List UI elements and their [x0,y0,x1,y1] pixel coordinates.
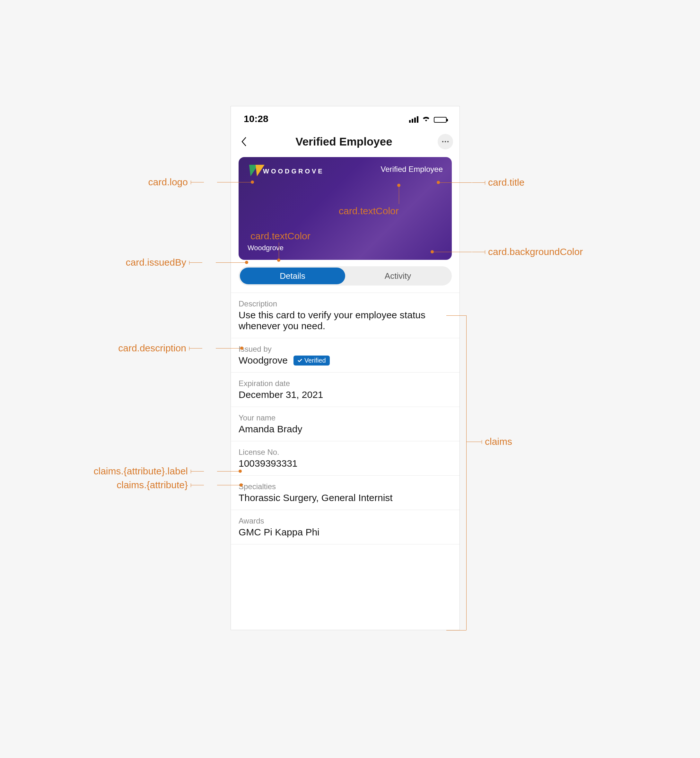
wifi-icon [422,115,431,123]
detail-specialties: Specialties Thorassic Surgery, General I… [231,476,459,510]
license-value: 10039393331 [239,458,452,469]
annotation-text-color-1: card.textColor [339,206,399,216]
detail-awards: Awards GMC Pi Kappa Phi [231,510,459,544]
specialties-label: Specialties [239,482,452,491]
logo-icon [248,165,267,178]
more-button[interactable] [438,134,453,149]
status-icons [409,115,447,123]
annotation-card-title: card.title [472,177,524,188]
phone-frame: 10:28 Verified Employee WOODGROVE Verifi… [231,106,460,630]
specialties-value: Thorassic Surgery, General Internist [239,492,452,503]
annotation-text-color-2: card.textColor [250,231,311,242]
detail-description: Description Use this card to verify your… [231,293,459,338]
card-title: Verified Employee [381,165,443,174]
annotation-card-logo: card.logo [108,177,204,188]
annotation-card-bg: card.backgroundColor [472,246,583,257]
cellular-icon [409,116,419,123]
detail-issued-by: Issued by Woodgrove Verified [231,338,459,373]
tab-details[interactable]: Details [240,267,345,284]
detail-your-name: Your name Amanda Brady [231,407,459,441]
awards-value: GMC Pi Kappa Phi [239,527,452,538]
tab-group: Details Activity [239,266,452,286]
nav-row: Verified Employee [231,131,459,156]
check-icon [297,358,303,363]
battery-icon [434,117,447,123]
chevron-left-icon [241,136,247,147]
svg-point-0 [442,141,444,142]
detail-expiration: Expiration date December 31, 2021 [231,373,459,407]
tab-activity[interactable]: Activity [345,267,450,284]
annotation-attr-label: claims.{attribute}.label [50,466,204,477]
license-label: License No. [239,448,452,457]
name-value: Amanda Brady [239,424,452,434]
annotation-card-description: card.description [82,343,202,354]
annotation-card-issuedby: card.issuedBy [93,257,202,268]
description-label: Description [239,299,452,308]
svg-point-1 [445,141,446,142]
ellipsis-icon [442,141,449,142]
verified-badge: Verified [294,356,330,366]
issuedby-label: Issued by [239,345,452,354]
back-button[interactable] [237,135,250,148]
description-value: Use this card to verify your employee st… [239,309,452,331]
expiration-value: December 31, 2021 [239,389,452,400]
name-label: Your name [239,413,452,422]
verified-text: Verified [305,357,326,364]
annotation-claims: claims [469,436,512,447]
awards-label: Awards [239,516,452,525]
logo-text: WOODGROVE [263,168,324,175]
detail-license: License No. 10039393331 [231,441,459,476]
issuedby-value: Woodgrove [239,355,288,366]
annotation-attr: claims.{attribute} [74,480,204,491]
card-issued-by: Woodgrove [248,244,443,252]
svg-point-2 [447,141,448,142]
status-bar: 10:28 [231,106,459,131]
clock-text: 10:28 [244,113,269,124]
expiration-label: Expiration date [239,379,452,388]
card-logo: WOODGROVE [248,165,324,178]
page-title: Verified Employee [250,135,438,148]
details-list: Description Use this card to verify your… [231,292,459,544]
